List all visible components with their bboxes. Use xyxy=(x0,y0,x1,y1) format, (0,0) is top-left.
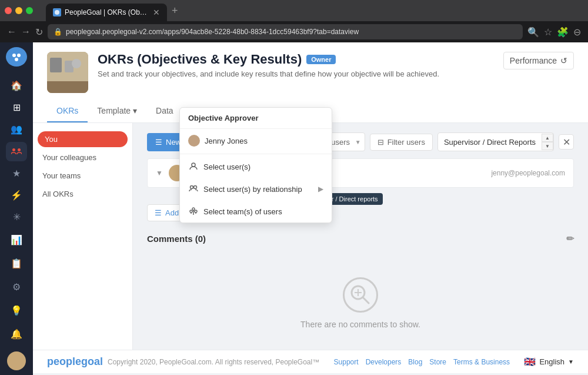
dropdown-popup: Objective Approver Jenny Jones Select us… xyxy=(179,107,332,223)
footer-logo: peoplegoal xyxy=(47,356,103,368)
left-panel-you[interactable]: You xyxy=(38,131,128,147)
footer-link-support[interactable]: Support xyxy=(334,358,359,366)
forward-btn[interactable]: → xyxy=(21,26,31,37)
owner-badge: Owner xyxy=(306,55,336,64)
app-header-image xyxy=(47,52,88,93)
footer: peoplegoal Copyright 2020, PeopleGoal.co… xyxy=(33,350,588,373)
user-icon xyxy=(188,161,199,172)
relationship-icon xyxy=(188,184,199,194)
svg-point-16 xyxy=(191,186,193,189)
no-comments-text: There are no comments to show. xyxy=(300,320,420,329)
filter-btn[interactable]: ⊟ Filter users xyxy=(370,134,433,151)
performance-icon: ↺ xyxy=(560,56,567,65)
expand-btn[interactable]: ▼ xyxy=(156,169,163,177)
tab-template[interactable]: Template ▾ xyxy=(88,100,146,122)
left-panel-all[interactable]: All OKRs xyxy=(33,185,132,203)
back-btn[interactable]: ← xyxy=(7,26,16,37)
sidebar: 🏠 ⊞ 👥 ★ ⚡ ✳ 📊 📋 ⚙ 💡 🔔 xyxy=(0,42,33,375)
footer-links: Support Developers Blog Store Terms & Bu… xyxy=(334,358,510,366)
tab-data[interactable]: Data xyxy=(146,100,183,122)
left-panel-teams[interactable]: Your teams xyxy=(33,167,132,185)
sidebar-item-grid[interactable]: ⊞ xyxy=(6,98,27,117)
header-info: OKRs (Objectives & Key Results) Owner Se… xyxy=(98,52,494,78)
menu-btn[interactable]: ⊖ xyxy=(573,26,581,38)
svg-point-2 xyxy=(17,54,21,57)
svg-point-17 xyxy=(194,186,197,189)
comments-empty: There are no comments to show. xyxy=(147,254,574,350)
svg-point-9 xyxy=(72,59,81,68)
dropdown-jenny-jones[interactable]: Jenny Jones xyxy=(180,129,332,152)
select-teams-label: Select team(s) of users xyxy=(203,207,282,216)
flag-icon: 🇬🇧 xyxy=(524,356,536,367)
search-btn[interactable]: 🔍 xyxy=(527,26,539,38)
svg-point-3 xyxy=(15,58,18,61)
supervisor-down-btn[interactable]: ▼ xyxy=(542,142,553,150)
comments-title: Comments (0) xyxy=(147,234,206,244)
sidebar-user-avatar[interactable] xyxy=(7,351,26,370)
svg-rect-4 xyxy=(12,148,15,151)
svg-rect-7 xyxy=(50,58,62,72)
page-title: OKRs (Objectives & Key Results) xyxy=(98,52,302,67)
footer-link-store[interactable]: Store xyxy=(429,358,446,366)
comments-header: Comments (0) ✏ xyxy=(147,233,574,244)
select-by-relationship-label: Select user(s) by relationship xyxy=(203,185,302,194)
relationship-arrow: ▶ xyxy=(318,185,323,193)
supervisor-arrows[interactable]: ▲ ▼ xyxy=(542,134,553,150)
left-panel: You Your colleagues Your teams All OKRs xyxy=(33,123,133,350)
sidebar-item-home[interactable]: 🏠 xyxy=(6,76,27,95)
sidebar-item-bulb[interactable]: 💡 xyxy=(6,300,27,321)
tab-close-btn[interactable]: ✕ xyxy=(153,8,160,17)
extensions-btn[interactable]: 🧩 xyxy=(557,26,569,38)
left-panel-colleagues[interactable]: Your colleagues xyxy=(33,148,132,167)
no-comments-icon xyxy=(343,277,378,313)
user-email: jenny@peoplegoal.com xyxy=(491,169,565,177)
sidebar-item-chart[interactable]: 📊 xyxy=(6,229,27,250)
sidebar-item-users[interactable] xyxy=(6,142,27,161)
header-description: Set and track your objectives, and inclu… xyxy=(98,69,494,78)
sidebar-item-list[interactable]: 📋 xyxy=(6,253,27,274)
footer-link-terms[interactable]: Terms & Business xyxy=(453,358,510,366)
sidebar-item-star[interactable]: ★ xyxy=(6,164,27,183)
sidebar-logo[interactable] xyxy=(6,47,27,67)
svg-line-12 xyxy=(363,297,369,303)
star-btn[interactable]: ☆ xyxy=(544,26,552,38)
filter-label: Filter users xyxy=(387,138,425,147)
close-filter-btn[interactable]: ✕ xyxy=(559,134,574,150)
sidebar-item-bolt[interactable]: ⚡ xyxy=(6,185,27,205)
supervisor-up-btn[interactable]: ▲ xyxy=(542,134,553,142)
svg-point-1 xyxy=(12,54,16,57)
performance-button[interactable]: Performance ↺ xyxy=(503,52,574,69)
dropdown-header: Objective Approver xyxy=(180,108,332,129)
reload-btn[interactable]: ↻ xyxy=(35,26,43,38)
jenny-avatar xyxy=(188,135,200,147)
new-tab-btn[interactable]: + xyxy=(172,5,178,17)
performance-label: Performance xyxy=(510,56,557,65)
dropdown-select-by-relationship[interactable]: Select user(s) by relationship ▶ xyxy=(180,178,332,200)
filter-icon: ⊟ xyxy=(377,138,384,147)
sidebar-item-bell[interactable]: 🔔 xyxy=(6,323,27,344)
footer-link-developers[interactable]: Developers xyxy=(366,358,402,366)
team-icon xyxy=(188,206,199,217)
url-display: peoplegoal.peoplegoal-v2.com/apps/904acb… xyxy=(66,28,359,36)
svg-rect-18 xyxy=(190,210,192,213)
footer-language[interactable]: 🇬🇧 English ▼ xyxy=(524,356,574,367)
sidebar-item-gear[interactable]: ⚙ xyxy=(6,276,27,297)
sidebar-item-asterisk[interactable]: ✳ xyxy=(6,207,27,227)
footer-copyright: Copyright 2020, PeopleGoal.com. All righ… xyxy=(108,358,319,366)
language-chevron: ▼ xyxy=(568,359,574,365)
tab-favicon xyxy=(53,8,61,16)
edit-comments-icon[interactable]: ✏ xyxy=(566,233,574,244)
tab-okrs[interactable]: OKRs xyxy=(47,100,88,122)
footer-link-blog[interactable]: Blog xyxy=(408,358,422,366)
language-label: English xyxy=(539,357,564,366)
new-okr-icon: ☰ xyxy=(155,138,162,147)
svg-rect-10 xyxy=(47,81,88,93)
add-icon: ☰ xyxy=(155,208,162,217)
jenny-name: Jenny Jones xyxy=(205,137,248,145)
svg-rect-20 xyxy=(192,208,195,210)
dropdown-select-users[interactable]: Select user(s) xyxy=(180,155,332,178)
dropdown-select-teams[interactable]: Select team(s) of users xyxy=(180,200,332,223)
lock-icon: 🔒 xyxy=(54,28,62,36)
sidebar-item-usergroup[interactable]: 👥 xyxy=(6,120,27,139)
svg-point-15 xyxy=(192,163,195,167)
